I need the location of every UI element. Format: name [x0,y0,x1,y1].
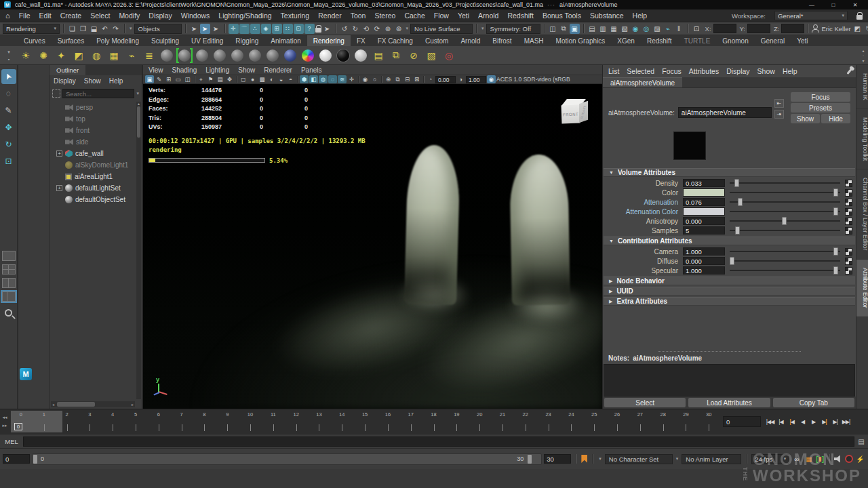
output-connection-icon[interactable]: ⇥ [774,110,784,119]
spot-light-icon[interactable]: ✦ [53,47,69,64]
shelf-tab-xgen[interactable]: XGen [611,35,641,46]
menu-set-dropdown[interactable]: Rendering▾ [3,24,60,34]
area-light-icon[interactable]: ◩ [71,47,87,64]
load-attributes-button[interactable]: Load Attributes [688,398,770,407]
pin-icon[interactable] [846,68,852,75]
attribute-value-field[interactable]: 5 [683,226,725,235]
grease-pencil-icon[interactable]: ✎ [155,75,163,83]
play-backwards-button[interactable]: ◀ [797,416,808,427]
lambert-icon[interactable] [194,47,210,64]
render-sequence-icon[interactable]: ▧ [620,24,630,34]
photometric-light-icon[interactable]: ⌁ [123,47,140,64]
attribute-slider[interactable] [730,247,840,256]
timeline-frame-19[interactable]: 19 [445,411,468,432]
shelf-tabs-toggle-icon[interactable]: ▾ [7,49,10,55]
outliner-vscrollbar[interactable]: ▲ [136,102,141,399]
create-bookmark-button[interactable] [581,455,587,463]
menu-main-create[interactable]: Create [60,12,82,20]
texture-map-button[interactable] [845,180,852,187]
outliner-item-cafe_wall[interactable]: +cafe_wall [50,148,142,159]
make-live-icon[interactable]: ∷ [283,24,293,34]
hide-button[interactable]: Hide [821,114,850,123]
timeline-frame-11[interactable]: 11 [262,411,285,432]
timeline-frame-14[interactable]: 14 [330,411,353,432]
menu-viewport-lighting[interactable]: Lighting [205,66,229,74]
go-to-start-button[interactable]: |◀◀ [765,416,775,427]
render-sequence-shelf-icon[interactable]: ▧ [423,47,439,64]
attribute-value-field[interactable]: 1.000 [683,247,725,256]
ao-icon[interactable]: ◍ [319,75,328,83]
expand-icon[interactable]: + [56,150,62,157]
frame-all-icon[interactable]: ⊕ [384,75,393,83]
timeline-frame-7[interactable]: 7 [170,411,193,432]
menu-main-windows[interactable]: Windows [181,12,210,20]
camera-attributes-icon[interactable]: ⌖ [197,75,205,83]
maximize-button[interactable]: □ [825,1,842,9]
rainbow-ramp-icon[interactable] [300,47,316,64]
open-render-view-icon[interactable]: ◫ [548,24,558,34]
menu-ae-focus[interactable]: Focus [662,67,682,75]
attribute-value-field[interactable]: 0.033 [683,179,725,187]
exposure-icon[interactable]: ◔ [426,75,435,83]
texture-map-button[interactable] [845,227,852,235]
mute-playback-icon[interactable] [834,455,843,463]
select-camera-icon[interactable]: ▣ [145,75,154,83]
copy-tab-button[interactable]: Copy Tab [773,398,854,407]
black-hole-icon[interactable] [335,47,351,64]
attribute-slider[interactable] [730,198,840,206]
workspace-dropdown[interactable]: General* ▾ [774,11,848,20]
point-light-icon[interactable]: ☀ [18,47,34,64]
attribute-value-field[interactable]: 0.076 [683,198,725,206]
layout-two-pane-button[interactable] [2,278,16,288]
menu-main-display[interactable]: Display [149,12,172,20]
smooth-shade-icon[interactable]: ● [248,75,257,83]
slider-handle[interactable] [833,247,838,256]
timeline-frame-23[interactable]: 23 [537,411,560,432]
outliner-item-aiskydomelight1[interactable]: aiSkyDomeLight1 [50,159,142,171]
slider-handle[interactable] [735,226,740,235]
attribute-slider[interactable] [730,217,840,225]
shelf-tab-yeti[interactable]: Yeti [791,35,814,46]
shelf-tab-fx-caching[interactable]: FX Caching [372,35,419,46]
bookmarks-icon[interactable]: ⚑ [206,75,215,83]
texture-map-button[interactable] [845,208,852,216]
home-icon[interactable]: ⌂ [5,12,10,20]
expand-icon[interactable]: + [56,185,62,191]
shelf-menu-icon[interactable]: ▪ [8,57,9,62]
sidebar-tab-channel-box-layer-editor[interactable]: Channel Box / Layer Editor [856,169,868,260]
outliner-tab[interactable]: Outliner [50,65,85,75]
minimize-button[interactable]: — [803,1,821,9]
menu-ae-attributes[interactable]: Attributes [689,67,719,75]
section-header-volume-attributes[interactable]: ▼Volume Attributes [604,168,855,177]
texture-map-button[interactable] [845,199,852,206]
snap-grid-icon[interactable]: ✛ [229,24,239,34]
image-plane-icon[interactable]: ▤ [216,75,224,83]
slider-handle[interactable] [833,207,838,216]
keyframe-options-icon[interactable]: ▦ [804,454,814,464]
open-scene-icon[interactable]: ❐ [78,24,88,34]
user-account[interactable]: Eric Keller [821,25,850,33]
attribute-slider[interactable] [730,179,840,187]
ipr-icon[interactable]: ⊘ [406,47,422,64]
section-header-node-behavior[interactable]: ▶Node Behavior [604,277,855,285]
menu-main-select[interactable]: Select [90,12,110,20]
chevron-down-icon[interactable]: ▾ [130,26,132,31]
section-header-extra-attributes[interactable]: ▶Extra Attributes [604,297,855,306]
timeline-frame-3[interactable]: 3 [78,411,101,432]
snap-curve-icon[interactable]: ⌒ [239,24,250,34]
slider-handle[interactable] [833,266,838,274]
two-d-pan-zoom-icon[interactable]: ✥ [225,75,234,83]
range-end-handle[interactable] [528,455,532,464]
phong-e-icon[interactable] [247,47,263,64]
pose-editor-icon[interactable]: ◩ [852,24,863,34]
input-connection-icon[interactable]: ⇤ [774,99,784,108]
timeline-frame-1[interactable]: 1 [33,411,56,432]
filter-icon[interactable] [52,89,60,98]
range-start-handle[interactable] [33,455,37,464]
texture-map-button[interactable] [845,258,852,265]
quick-select-icon[interactable]: ⊚ [383,24,393,34]
menu-main-toon[interactable]: Toon [351,12,366,20]
node-name-field[interactable]: aiAtmosphereVolume [678,107,772,118]
color-swatch[interactable] [683,188,725,197]
texture-map-button[interactable] [845,218,852,225]
